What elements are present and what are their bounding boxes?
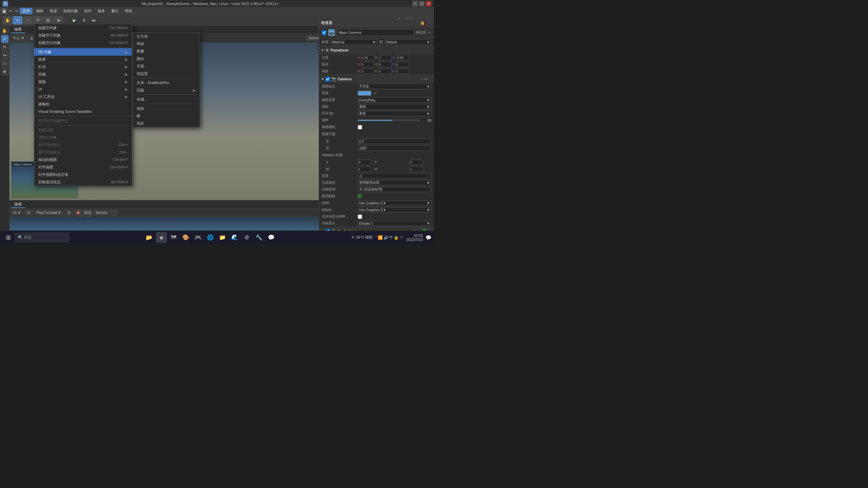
submenu-wind-zone[interactable]: 风区: [133, 120, 200, 127]
menu-video[interactable]: 视频 ▶: [34, 78, 132, 85]
menu-clear-parent: 清除父对象: [34, 134, 132, 141]
submenu-textmeshpro[interactable]: 文本 - TextMeshPro: [133, 79, 200, 86]
context-menu: 创建空对象 Ctrl+Shift+N 创建空子对象 Alt+Shift+N 创建…: [34, 24, 132, 186]
menu-effects[interactable]: 效果 ▶: [34, 56, 132, 63]
menu-light[interactable]: 灯光 ▶: [34, 63, 132, 70]
context-menu-overlay: 创建空对象 Ctrl+Shift+N 创建空子对象 Alt+Shift+N 创建…: [0, 0, 434, 244]
submenu-sphere[interactable]: 球体: [133, 40, 200, 47]
menu-set-first: 置于同级首位 Ctrl+=: [34, 141, 132, 148]
submenu-capsule[interactable]: 胶囊: [133, 47, 200, 55]
menu-visual-scripting[interactable]: Visual Scripting Scene Variables: [34, 108, 132, 115]
menu-camera[interactable]: 摄像机: [34, 100, 132, 108]
menu-align-view[interactable]: 对齐视图 Ctrl+Shift+F: [34, 163, 132, 171]
menu-create-empty-child[interactable]: 创建空子对象 Alt+Shift+N: [34, 32, 132, 39]
submenu-sep-3: [133, 104, 200, 104]
menu-move-to-view[interactable]: 移动到视图 Ctrl+Alt+F: [34, 156, 132, 163]
menu-sep-after-create: [34, 47, 132, 47]
submenu-ragdoll[interactable]: 布偶...: [133, 96, 200, 103]
menu-sep-1: [34, 116, 132, 116]
menu-audio[interactable]: 音频 ▶: [34, 70, 132, 78]
menu-sep-2: [34, 125, 132, 125]
menu-3d-object[interactable]: 3D 对象 ▶: [34, 48, 132, 56]
submenu-3d-object: 立方体 球体 胶囊 圆柱 平面 四边形 文本 - TextMeshPro 旧版 …: [132, 32, 200, 127]
submenu-tree[interactable]: 树: [133, 112, 200, 120]
submenu-cylinder[interactable]: 圆柱: [133, 55, 200, 62]
menu-create-empty[interactable]: 创建空对象 Ctrl+Shift+N: [34, 24, 132, 32]
submenu-quad[interactable]: 四边形: [133, 70, 200, 77]
submenu-legacy[interactable]: 旧版 ▶: [133, 86, 200, 94]
menu-toggle-active[interactable]: 切换激活状态 Alt+Shift+A: [34, 178, 132, 186]
submenu-sep-2: [133, 95, 200, 95]
menu-align-child: 对齐到子对象中心: [34, 117, 132, 124]
menu-create-empty-parent[interactable]: 创建空父对象 Ctrl+Shift+G: [34, 39, 132, 46]
submenu-sep-1: [133, 78, 200, 78]
submenu-plane[interactable]: 平面: [133, 62, 200, 70]
menu-ui[interactable]: UI ▶: [34, 85, 132, 93]
menu-set-last: 置于同级末位 Ctrl+-: [34, 148, 132, 156]
submenu-cube[interactable]: 立方体: [133, 33, 200, 40]
submenu-terrain[interactable]: 地形: [133, 105, 200, 112]
menu-create-parent: 创建父级: [34, 126, 132, 134]
menu-ui-toolkit[interactable]: UI 工具包 ▶: [34, 93, 132, 100]
menu-align-view-selected[interactable]: 对齐视图到选定项: [34, 171, 132, 178]
